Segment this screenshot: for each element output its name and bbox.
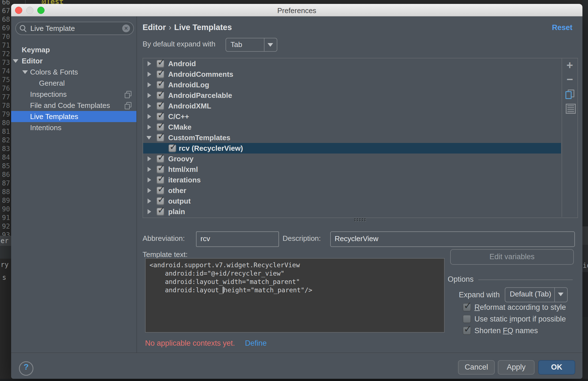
template-group-row[interactable]: ✓ other <box>143 185 561 196</box>
template-group-row[interactable]: ✓ output <box>143 196 561 206</box>
chevron-down-icon[interactable] <box>22 70 28 74</box>
footer-divider <box>11 353 582 353</box>
breadcrumb: Editor›Live Templates <box>143 23 232 32</box>
checkbox[interactable]: ✓ <box>156 165 164 173</box>
abbreviation-label: Abbreviation: <box>143 234 185 243</box>
template-group-row[interactable]: ✓ AndroidLog <box>143 80 561 90</box>
template-group-row[interactable]: ✓ AndroidComments <box>143 69 561 80</box>
sidebar-item-keymap[interactable]: Keymap <box>11 44 136 55</box>
checkbox[interactable]: ✓ <box>156 155 164 163</box>
restore-default-icon[interactable] <box>566 104 576 114</box>
checkbox[interactable]: ✓ <box>156 123 164 131</box>
checkbox[interactable]: ✓ <box>156 60 164 68</box>
template-group-row[interactable]: ✓ plain <box>143 206 561 217</box>
expand-arrow-icon[interactable] <box>148 103 151 108</box>
sidebar-item-colors-fonts[interactable]: Colors & Fonts <box>11 66 136 78</box>
sidebar-item-editor[interactable]: Editor <box>11 55 136 66</box>
expand-arrow-icon[interactable] <box>148 177 151 182</box>
template-group-row[interactable]: ✓ html/xml <box>143 164 561 175</box>
sidebar-item-label: File and Code Templates <box>30 100 110 111</box>
sidebar-item-label: Editor <box>22 55 43 66</box>
window-title: Preferences <box>11 6 582 15</box>
template-group-row[interactable]: ✓ Groovy <box>143 154 561 164</box>
template-group-row[interactable]: ✓ AndroidXML <box>143 101 561 111</box>
checkbox[interactable] <box>463 315 471 323</box>
editor-fragment-er: er <box>1 237 9 245</box>
description-field[interactable]: RecyclerView <box>330 231 575 247</box>
sidebar-item-intentions[interactable]: Intentions <box>11 122 136 133</box>
template-group-row[interactable]: ✓ AndroidParcelable <box>143 90 561 101</box>
template-group-label: iterations <box>168 175 201 185</box>
checkbox[interactable]: ✓ <box>156 197 164 205</box>
ok-button[interactable]: OK <box>538 360 575 375</box>
checkbox[interactable]: ✓ <box>156 176 164 184</box>
expand-with-label: Expand with <box>459 291 500 299</box>
checkbox[interactable]: ✓ <box>463 303 471 311</box>
template-group-label: AndroidComments <box>168 69 233 80</box>
expand-arrow-icon[interactable] <box>148 82 151 87</box>
add-icon[interactable]: + <box>562 59 577 71</box>
dropdown-arrow-box[interactable] <box>264 38 277 51</box>
expand-arrow-icon[interactable] <box>148 125 151 130</box>
template-row-selected[interactable]: ✓ rcv (RecyclerView) <box>143 143 561 154</box>
sidebar-item-live-templates[interactable]: Live Templates <box>11 111 136 122</box>
template-group-label: C/C++ <box>168 111 189 122</box>
checkbox[interactable]: ✓ <box>156 70 164 78</box>
collapse-arrow-icon[interactable] <box>146 136 151 140</box>
title-bar[interactable]: Preferences <box>11 4 582 16</box>
checkbox[interactable]: ✓ <box>156 208 164 216</box>
expand-arrow-icon[interactable] <box>148 199 151 204</box>
template-group-row[interactable]: ✓ C/C++ <box>143 111 561 122</box>
expand-arrow-icon[interactable] <box>148 72 151 77</box>
edit-variables-button[interactable]: Edit variables <box>450 249 574 265</box>
expand-with-value: Default (Tab) <box>510 290 551 298</box>
template-group-label: output <box>168 196 191 206</box>
remove-icon[interactable]: − <box>562 73 577 86</box>
clear-search-icon[interactable]: × <box>122 24 130 32</box>
checkbox[interactable]: ✓ <box>156 81 164 89</box>
duplicate-icon[interactable] <box>565 90 574 99</box>
default-expand-select[interactable]: Tab <box>226 38 277 52</box>
expand-with-select[interactable]: Default (Tab) <box>505 287 568 302</box>
template-group-label: CustomTemplates <box>168 132 230 143</box>
apply-button[interactable]: Apply <box>498 360 535 375</box>
context-warning-text: No applicable contexts yet. <box>145 339 235 348</box>
expand-arrow-icon[interactable] <box>148 188 151 193</box>
checkbox[interactable]: ✓ <box>463 326 471 335</box>
define-link[interactable]: Define <box>245 339 267 348</box>
expand-arrow-icon[interactable] <box>148 61 151 66</box>
checkbox[interactable]: ✓ <box>156 102 164 110</box>
template-group-row[interactable]: ✓ iterations <box>143 175 561 185</box>
template-list-panel: ✓ Android ✓ AndroidComments ✓ AndroidLog… <box>143 58 578 218</box>
expand-arrow-icon[interactable] <box>148 114 151 119</box>
template-group-row[interactable]: ✓ CMake <box>143 122 561 132</box>
sidebar-item-inspections[interactable]: Inspections <box>11 89 136 100</box>
sidebar-item-general[interactable]: General <box>11 78 136 89</box>
expand-arrow-icon[interactable] <box>148 167 151 172</box>
template-group-row[interactable]: ✓ CustomTemplates <box>143 132 561 143</box>
search-input[interactable]: Live Template × <box>15 22 134 35</box>
editor-bottom-strip <box>0 379 588 381</box>
sidebar-item-label: Keymap <box>22 44 50 55</box>
resize-grip[interactable] <box>354 218 367 221</box>
checkbox[interactable]: ✓ <box>156 134 164 142</box>
abbreviation-field[interactable]: rcv <box>196 231 279 247</box>
checkbox[interactable]: ✓ <box>156 187 164 194</box>
template-group-row[interactable]: ✓ Android <box>143 58 561 69</box>
checkbox[interactable]: ✓ <box>156 113 164 120</box>
dropdown-arrow-box[interactable] <box>554 288 567 302</box>
checkbox[interactable]: ✓ <box>156 91 164 99</box>
default-expand-label: By default expand with <box>143 40 215 48</box>
expand-arrow-icon[interactable] <box>148 209 151 214</box>
template-text-editor[interactable]: <android.support.v7.widget.RecyclerView … <box>145 258 445 333</box>
checkbox[interactable]: ✓ <box>168 144 176 152</box>
sidebar-item-file-code-templates[interactable]: File and Code Templates <box>11 100 136 111</box>
breadcrumb-live-templates: Live Templates <box>174 23 232 32</box>
expand-arrow-icon[interactable] <box>148 156 151 161</box>
expand-arrow-icon[interactable] <box>148 93 151 98</box>
default-expand-value: Tab <box>231 40 242 49</box>
cancel-button[interactable]: Cancel <box>458 360 495 375</box>
help-icon[interactable]: ? <box>19 361 33 376</box>
chevron-down-icon[interactable] <box>13 59 18 63</box>
reset-link[interactable]: Reset <box>552 23 572 32</box>
